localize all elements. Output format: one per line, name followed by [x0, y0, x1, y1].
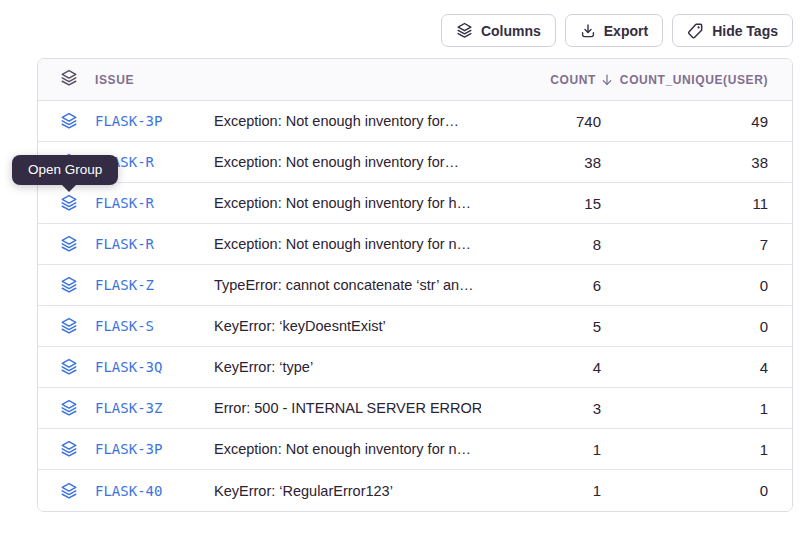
- table-row: FLASK-3P Exception: Not enough inventory…: [38, 429, 792, 470]
- issue-cell: FLASK-3P: [38, 440, 214, 458]
- count-value: 15: [481, 195, 601, 212]
- open-group-layers-icon[interactable]: [60, 194, 78, 212]
- open-group-layers-icon[interactable]: [60, 112, 78, 130]
- results-table: ISSUE COUNT COUNT_UNIQUE(USER) FLASK-3P …: [37, 58, 793, 512]
- open-group-tooltip-label: Open Group: [28, 162, 102, 177]
- count-unique-value: 0: [601, 482, 768, 499]
- issue-link[interactable]: FLASK-3Q: [95, 359, 162, 375]
- open-group-layers-icon[interactable]: [60, 482, 78, 500]
- table-body: FLASK-3P Exception: Not enough inventory…: [38, 101, 792, 511]
- header-issue: ISSUE: [38, 69, 214, 90]
- open-group-layers-icon[interactable]: [60, 317, 78, 335]
- count-unique-value: 4: [601, 359, 768, 376]
- open-group-layers-icon[interactable]: [60, 235, 78, 253]
- issue-link[interactable]: FLASK-S: [95, 318, 154, 334]
- issue-link[interactable]: FLASK-R: [95, 236, 154, 252]
- layers-icon: [60, 69, 78, 90]
- open-group-layers-icon[interactable]: [60, 276, 78, 294]
- table-toolbar: Columns Export Hide Tags: [441, 14, 793, 47]
- open-group-layers-icon[interactable]: [60, 440, 78, 458]
- table-row: FLASK-3Q KeyError: ‘type’ 4 4: [38, 347, 792, 388]
- issue-cell: FLASK-3Q: [38, 358, 214, 376]
- count-value: 5: [481, 318, 601, 335]
- issue-cell: FLASK-Z: [38, 276, 214, 294]
- table-row: FLASK-3Z Error: 500 - INTERNAL SERVER ER…: [38, 388, 792, 429]
- table-row: FLASK-R Exception: Not enough inventory …: [38, 224, 792, 265]
- table-row: FLASK-R Exception: Not enough inventory …: [38, 183, 792, 224]
- issue-message: KeyError: ‘type’: [214, 359, 481, 375]
- issue-message: Exception: Not enough inventory for h…: [214, 195, 481, 211]
- count-unique-value: 0: [601, 277, 768, 294]
- count-unique-value: 1: [601, 400, 768, 417]
- download-icon: [580, 23, 596, 39]
- count-value: 740: [481, 113, 601, 130]
- export-button-label: Export: [604, 23, 648, 39]
- table-header-row: ISSUE COUNT COUNT_UNIQUE(USER): [38, 59, 792, 101]
- tag-icon: [687, 22, 704, 39]
- hide-tags-button-label: Hide Tags: [712, 23, 778, 39]
- issue-link[interactable]: FLASK-3Z: [95, 400, 162, 416]
- table-row: FLASK-R Exception: Not enough inventory …: [38, 142, 792, 183]
- issue-link[interactable]: FLASK-3P: [95, 441, 162, 457]
- table-row: FLASK-3P Exception: Not enough inventory…: [38, 101, 792, 142]
- issue-cell: FLASK-3Z: [38, 399, 214, 417]
- issue-cell: FLASK-3P: [38, 112, 214, 130]
- count-unique-value: 1: [601, 441, 768, 458]
- issue-message: Error: 500 - INTERNAL SERVER ERROR: [214, 400, 481, 416]
- table-row: FLASK-40 KeyError: ‘RegularError123’ 1 0: [38, 470, 792, 511]
- issue-link[interactable]: FLASK-40: [95, 483, 162, 499]
- count-value: 6: [481, 277, 601, 294]
- count-value: 8: [481, 236, 601, 253]
- count-value: 4: [481, 359, 601, 376]
- issue-link[interactable]: FLASK-R: [95, 195, 154, 211]
- count-unique-value: 38: [601, 154, 768, 171]
- issue-message: TypeError: cannot concatenate ‘str’ an…: [214, 277, 481, 293]
- header-count-unique-label: COUNT_UNIQUE(USER): [620, 73, 768, 87]
- issue-message: KeyError: ‘keyDoesntExist’: [214, 318, 481, 334]
- issue-message: Exception: Not enough inventory for…: [214, 113, 481, 129]
- table-row: FLASK-S KeyError: ‘keyDoesntExist’ 5 0: [38, 306, 792, 347]
- tooltip-caret: [61, 184, 77, 192]
- issue-cell: FLASK-R: [38, 194, 214, 212]
- count-value: 38: [481, 154, 601, 171]
- count-unique-value: 11: [601, 195, 768, 212]
- count-value: 1: [481, 482, 601, 499]
- header-count[interactable]: COUNT: [481, 73, 614, 87]
- header-issue-label: ISSUE: [95, 73, 134, 87]
- table-row: FLASK-Z TypeError: cannot concatenate ‘s…: [38, 265, 792, 306]
- count-value: 1: [481, 441, 601, 458]
- issue-message: Exception: Not enough inventory for…: [214, 154, 481, 170]
- count-unique-value: 7: [601, 236, 768, 253]
- open-group-tooltip: Open Group: [12, 155, 118, 185]
- count-unique-value: 0: [601, 318, 768, 335]
- issue-message: Exception: Not enough inventory for n…: [214, 236, 481, 252]
- header-count-label: COUNT: [550, 73, 596, 87]
- columns-button[interactable]: Columns: [441, 14, 556, 47]
- count-value: 3: [481, 400, 601, 417]
- issue-link[interactable]: FLASK-Z: [95, 277, 154, 293]
- issue-cell: FLASK-R: [38, 235, 214, 253]
- issue-cell: FLASK-40: [38, 482, 214, 500]
- issue-message: KeyError: ‘RegularError123’: [214, 483, 481, 499]
- count-unique-value: 49: [601, 113, 768, 130]
- issue-cell: FLASK-S: [38, 317, 214, 335]
- issue-message: Exception: Not enough inventory for n…: [214, 441, 481, 457]
- export-button[interactable]: Export: [565, 14, 663, 47]
- open-group-layers-icon[interactable]: [60, 399, 78, 417]
- hide-tags-button[interactable]: Hide Tags: [672, 14, 793, 47]
- open-group-layers-icon[interactable]: [60, 358, 78, 376]
- columns-button-label: Columns: [481, 23, 541, 39]
- layers-icon: [456, 22, 473, 39]
- issue-link[interactable]: FLASK-3P: [95, 113, 162, 129]
- header-count-unique[interactable]: COUNT_UNIQUE(USER): [601, 73, 768, 87]
